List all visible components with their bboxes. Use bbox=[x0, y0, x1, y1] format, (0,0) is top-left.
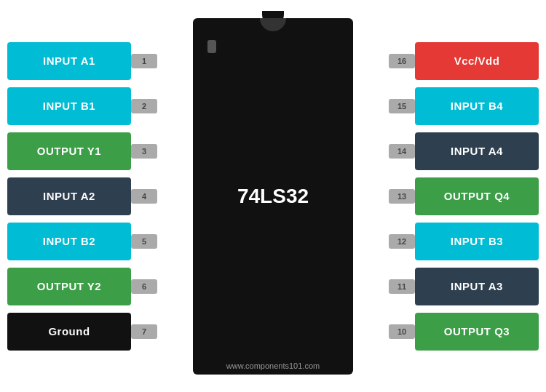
pin-row-right-12: INPUT B312 bbox=[389, 223, 539, 260]
pin-label-3: OUTPUT Y1 bbox=[7, 132, 131, 170]
pins-right: Vcc/Vdd16INPUT B415INPUT A414OUTPUT Q413… bbox=[389, 42, 539, 351]
pin-connector-14: 14 bbox=[389, 144, 415, 159]
pin-connector-6: 6 bbox=[131, 279, 157, 294]
pin-row-right-16: Vcc/Vdd16 bbox=[389, 42, 539, 80]
ic-notch bbox=[260, 18, 286, 31]
pin-connector-11: 11 bbox=[389, 279, 415, 294]
pin-label-2: INPUT B1 bbox=[7, 87, 131, 125]
pin-row-left-6: OUTPUT Y26 bbox=[7, 268, 157, 305]
pin-label-13: OUTPUT Q4 bbox=[415, 177, 539, 215]
pin-row-left-7: Ground7 bbox=[7, 313, 157, 351]
pin-row-left-5: INPUT B25 bbox=[7, 223, 157, 260]
pin-row-right-15: INPUT B415 bbox=[389, 87, 539, 125]
pin-row-right-11: INPUT A311 bbox=[389, 268, 539, 305]
pin-connector-10: 10 bbox=[389, 324, 415, 339]
pin-row-right-14: INPUT A414 bbox=[389, 132, 539, 170]
pin-row-left-2: INPUT B12 bbox=[7, 87, 157, 125]
pin-row-left-4: INPUT A24 bbox=[7, 177, 157, 215]
pin-connector-1: 1 bbox=[131, 54, 157, 68]
pin-label-10: OUTPUT Q3 bbox=[415, 313, 539, 351]
ic-dot bbox=[207, 40, 216, 53]
pin-connector-16: 16 bbox=[389, 54, 415, 68]
pin-row-left-3: OUTPUT Y13 bbox=[7, 132, 157, 170]
pin-row-right-13: OUTPUT Q413 bbox=[389, 177, 539, 215]
watermark: www.components101.com bbox=[226, 361, 320, 370]
pin-connector-5: 5 bbox=[131, 234, 157, 249]
pin-label-15: INPUT B4 bbox=[415, 87, 539, 125]
ic-chip: 74LS32 bbox=[193, 18, 353, 375]
pin-label-1: INPUT A1 bbox=[7, 42, 131, 80]
pin-row-right-10: OUTPUT Q310 bbox=[389, 313, 539, 351]
pin-connector-12: 12 bbox=[389, 234, 415, 249]
pin-connector-15: 15 bbox=[389, 99, 415, 113]
pin-label-4: INPUT A2 bbox=[7, 177, 131, 215]
pin-label-14: INPUT A4 bbox=[415, 132, 539, 170]
pin-label-6: OUTPUT Y2 bbox=[7, 268, 131, 305]
pins-left: INPUT A11INPUT B12OUTPUT Y13INPUT A24INP… bbox=[7, 42, 157, 351]
pin-connector-4: 4 bbox=[131, 189, 157, 204]
pin-connector-7: 7 bbox=[131, 324, 157, 339]
diagram: 74LS32 INPUT A11INPUT B12OUTPUT Y13INPUT… bbox=[0, 0, 546, 392]
pin-label-11: INPUT A3 bbox=[415, 268, 539, 305]
pin-row-left-1: INPUT A11 bbox=[7, 42, 157, 80]
pin-label-5: INPUT B2 bbox=[7, 223, 131, 260]
pin-label-12: INPUT B3 bbox=[415, 223, 539, 260]
pin-connector-2: 2 bbox=[131, 99, 157, 113]
pin-label-7: Ground bbox=[7, 313, 131, 351]
pin-label-16: Vcc/Vdd bbox=[415, 42, 539, 80]
pin-connector-3: 3 bbox=[131, 144, 157, 159]
pin-connector-13: 13 bbox=[389, 189, 415, 204]
ic-label: 74LS32 bbox=[237, 185, 309, 208]
